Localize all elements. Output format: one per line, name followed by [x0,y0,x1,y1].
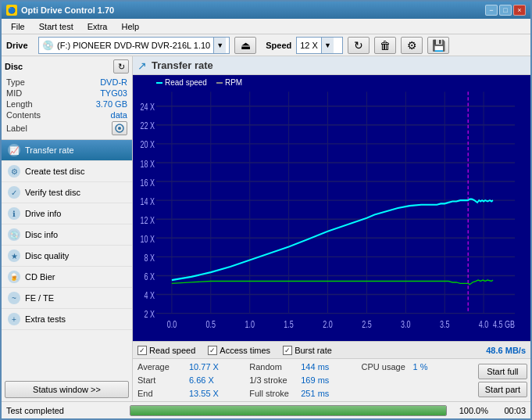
stat-full-stroke-val: 251 ms [301,389,329,398]
stat-start: Start 6.66 X [137,375,246,386]
disc-label-icon-button[interactable] [112,121,127,135]
disc-contents-val: data [111,110,127,120]
nav-item-fe-te[interactable]: ~ FE / TE [2,288,132,309]
stat-full-stroke: Full stroke 251 ms [249,388,358,399]
drive-eject-button[interactable]: ⏏ [234,37,256,54]
stat-random-key: Random [249,362,296,372]
title-bar-left: 🔵 Opti Drive Control 1.70 [6,5,114,16]
svg-text:2.0: 2.0 [323,318,332,329]
read-speed-checkbox[interactable]: ✓ [137,346,147,355]
drive-info-icon: ℹ [8,207,20,220]
transfer-rate-icon: 📈 [8,144,20,156]
menu-extra[interactable]: Extra [81,20,114,33]
svg-text:10 X: 10 X [140,233,155,244]
svg-rect-2 [133,75,530,341]
nav-item-cd-bier[interactable]: 🍺 CD Bier [2,267,132,288]
svg-text:6 X: 6 X [144,271,155,282]
legend-rpm-label: RPM [225,78,242,87]
disc-contents-key: Contents [6,110,41,120]
disc-length-row: Length 3.70 GB [5,99,129,109]
erase-button[interactable]: 🗑 [374,37,396,54]
main-content: Disc ↻ Type DVD-R MID TYG03 Length 3.70 … [2,56,530,401]
stats-grid: Average 10.77 X Start 6.66 X End 13.55 X [133,359,475,401]
nav-item-create-test-disc[interactable]: ⚙ Create test disc [2,161,132,182]
maximize-button[interactable]: □ [499,5,512,16]
stat-random-val: 144 ms [301,362,329,372]
chart-title: Transfer rate [152,59,213,71]
menu-start-test[interactable]: Start test [33,20,80,33]
legend-read-speed-dot [156,82,162,84]
stat-stroke-1-3: 1/3 stroke 169 ms [249,375,358,386]
menu-help[interactable]: Help [115,20,145,33]
chart-legend: Read speed RPM [156,78,242,87]
drive-dropdown-arrow[interactable]: ▼ [213,38,226,53]
stat-cpu-val: 1 % [413,362,428,372]
svg-text:16 X: 16 X [140,177,155,188]
start-part-button[interactable]: Start part [478,382,527,397]
disc-info-icon: 💿 [8,228,20,241]
stat-cpu-key: CPU usage [362,362,409,372]
svg-text:4.5 GB: 4.5 GB [493,318,515,329]
svg-text:3.5: 3.5 [440,318,449,329]
chart-panel: ↗ Transfer rate Read speed RPM [133,56,530,401]
nav-item-drive-info[interactable]: ℹ Drive info [2,203,132,224]
disc-mid-val: TYG03 [100,88,127,98]
progress-bar-container [130,405,447,416]
save-button[interactable]: 💾 [427,37,449,54]
svg-text:8 X: 8 X [144,252,155,263]
elapsed-time: 00:03 [495,406,526,415]
nav-item-extra-tests[interactable]: + Extra tests [2,309,132,330]
drive-row: Drive 💿 (F:) PIONEER DVD-RW DVR-216L 1.1… [2,34,530,56]
stat-cpu: CPU usage 1 % [362,361,470,372]
drive-selected-value: (F:) PIONEER DVD-RW DVR-216L 1.10 [57,41,210,50]
disc-label-key: Label [6,124,27,133]
nav-label-cd-bier: CD Bier [25,272,55,282]
burst-rate-value: 48.6 MB/s [486,346,526,355]
access-times-checkbox-item: ✓ Access times [208,346,270,355]
fe-te-icon: ~ [8,292,20,304]
menu-file[interactable]: File [5,20,31,33]
drive-disc-icon: 💿 [42,40,54,51]
refresh-button[interactable]: ↻ [348,37,370,54]
status-text: Test completed [6,406,123,415]
close-button[interactable]: × [513,5,526,16]
speed-dropdown-arrow[interactable]: ▼ [321,38,334,53]
svg-text:22 X: 22 X [140,120,155,131]
stat-start-val: 6.66 X [189,375,214,385]
nav-label-fe-te: FE / TE [25,293,54,303]
nav-item-verify-test-disc[interactable]: ✓ Verify test disc [2,182,132,203]
stats-col3: CPU usage 1 % [362,361,470,399]
burst-rate-checkbox[interactable]: ✓ [283,346,292,355]
minimize-button[interactable]: − [485,5,498,16]
start-full-button[interactable]: Start full [478,364,527,379]
access-times-checkbox-label: Access times [220,346,270,355]
disc-type-key: Type [6,77,25,87]
svg-text:4.0: 4.0 [479,318,488,329]
svg-text:4 X: 4 X [144,290,155,301]
status-window-button[interactable]: Status window >> [5,381,129,398]
nav-item-transfer-rate[interactable]: 📈 Transfer rate [2,140,132,161]
disc-type-row: Type DVD-R [5,77,129,88]
chart-header: ↗ Transfer rate [133,56,530,75]
stat-end-key: End [137,389,184,398]
speed-select[interactable]: 12 X ▼ [296,37,343,54]
stats-row-container: Average 10.77 X Start 6.66 X End 13.55 X [133,359,530,401]
disc-refresh-button[interactable]: ↻ [113,59,129,74]
window-title: Opti Drive Control 1.70 [21,5,114,15]
legend-rpm-dot [216,82,223,84]
progress-percent: 100.0% [453,406,488,415]
stat-random: Random 144 ms [249,361,358,372]
svg-text:12 X: 12 X [140,214,155,225]
disc-header: Disc ↻ [5,59,129,74]
stat-average-val: 10.77 X [189,362,219,372]
svg-text:2.5: 2.5 [362,318,371,329]
nav-item-disc-info[interactable]: 💿 Disc info [2,224,132,246]
drive-select[interactable]: 💿 (F:) PIONEER DVD-RW DVR-216L 1.10 ▼ [38,37,230,54]
stat-stroke-1-3-val: 169 ms [301,375,329,385]
settings-button[interactable]: ⚙ [401,37,423,54]
access-times-checkbox[interactable]: ✓ [208,346,217,355]
stat-stroke-1-3-key: 1/3 stroke [249,375,296,385]
stat-average: Average 10.77 X [137,361,246,372]
nav-item-disc-quality[interactable]: ★ Disc quality [2,246,132,267]
cd-bier-icon: 🍺 [8,271,20,283]
